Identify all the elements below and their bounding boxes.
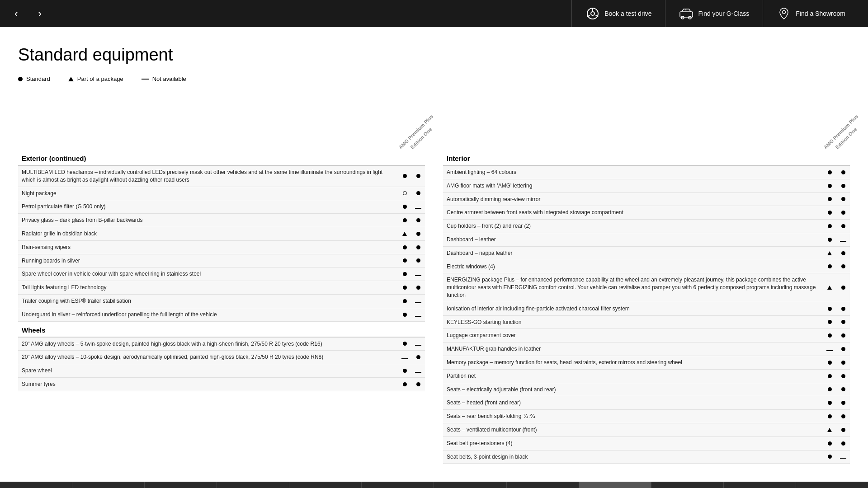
prev-arrow[interactable]: ‹ [9, 5, 24, 23]
col2-indicator [836, 369, 850, 383]
legend-dot-icon [18, 77, 23, 81]
dot-icon [403, 369, 407, 373]
bottom-nav-additional-info[interactable]: Additionalinformation [796, 482, 868, 488]
col2-indicator [411, 267, 425, 281]
col1-indicator [398, 281, 411, 295]
table-row: MULTIBEAM LED headlamps – individually c… [18, 165, 425, 187]
table-row: Seat belts, 3-point design in black [443, 450, 850, 464]
col2-indicator [411, 165, 425, 187]
dot-icon [828, 224, 832, 228]
row-desc: Ambient lighting – 64 colours [443, 165, 823, 179]
svg-text:?: ? [685, 9, 687, 12]
col2-indicator [836, 179, 850, 192]
dash-icon [415, 372, 421, 373]
row-desc: Seats – rear bench split-folding ⅓:⅔ [443, 410, 823, 423]
table-row: Summer tyres [18, 377, 425, 391]
dot-icon [828, 170, 832, 174]
book-test-drive[interactable]: Book a test drive [571, 0, 665, 27]
bottom-nav-genuine-accessories[interactable]: Genuineaccessories [651, 482, 724, 488]
row-desc: Running boards in silver [18, 254, 398, 267]
row-desc: Luggage compartment cover [443, 329, 823, 343]
find-showroom[interactable]: Find a Showroom [763, 0, 859, 27]
dot-icon [841, 264, 845, 268]
nav-right-items: Book a test drive ? Find your G-Class [571, 0, 859, 27]
tri-icon [827, 428, 832, 432]
table-row: Seats – ventilated multicontour (front) [443, 423, 850, 436]
dot-icon [841, 197, 845, 201]
dot-icon [841, 374, 845, 378]
col1-indicator [398, 214, 411, 227]
col2-indicator [836, 206, 850, 220]
main-content: Standard equipment Standard Part of a pa… [0, 27, 868, 473]
col1-indicator [398, 377, 411, 391]
row-desc: Centre armrest between front seats with … [443, 206, 823, 220]
row-desc: Memory package – memory function for sea… [443, 356, 823, 369]
row-desc: Automatically dimming rear-view mirror [443, 192, 823, 206]
bottom-nav-design[interactable]: Design [0, 482, 72, 488]
col2-indicator [836, 383, 850, 396]
bottom-nav-eq-technology[interactable]: EQ Technology [145, 482, 217, 488]
left-header-1: AMG Premium Plus [401, 96, 412, 150]
dot-icon [828, 374, 832, 378]
row-desc: Ionisation of interior air including fin… [443, 302, 823, 315]
col1-indicator [823, 165, 836, 179]
dot-icon [841, 333, 845, 338]
legend-package-label: Part of a package [77, 75, 123, 82]
dot-icon [828, 197, 832, 201]
row-desc: Cup holders – front (2) and rear (2) [443, 220, 823, 233]
col2-indicator [411, 187, 425, 200]
table-row: Underguard in silver – reinforced underf… [18, 308, 425, 321]
dot-icon [403, 218, 407, 222]
dash-icon [840, 241, 846, 242]
left-column: AMG Premium Plus Edition One Exterior (c… [18, 96, 425, 464]
row-desc: ENERGIZING package Plus – for enhanced p… [443, 273, 823, 302]
dot-icon [828, 333, 832, 338]
dot-icon [828, 238, 832, 242]
row-desc: Radiator grille in obsidian black [18, 227, 398, 240]
next-arrow[interactable]: › [33, 5, 47, 23]
dash-icon [415, 208, 421, 209]
bottom-nav-mercedes-amg[interactable]: Mercedes-AMG [362, 482, 434, 488]
table-row: Spare wheel cover in vehicle colour with… [18, 267, 425, 281]
col1-indicator [823, 356, 836, 369]
dot-icon [841, 387, 845, 391]
bottom-nav-personalisation[interactable]: Personalisation [507, 482, 579, 488]
col1-indicator [398, 227, 411, 240]
col1-indicator [398, 337, 411, 351]
dot-icon [403, 286, 407, 290]
row-desc: 20" AMG alloy wheels – 5-twin-spoke desi… [18, 337, 398, 351]
col2-indicator [411, 254, 425, 267]
row-desc: Privacy glass – dark glass from B-pillar… [18, 214, 398, 227]
bottom-nav-model-prices[interactable]: Model prices [289, 482, 362, 488]
legend-package: Part of a package [68, 75, 123, 82]
col2-indicator [836, 410, 850, 423]
row-desc: Seats – electrically adjustable (front a… [443, 383, 823, 396]
col2-indicator [836, 273, 850, 302]
bottom-nav-technology[interactable]: Technology [72, 482, 145, 488]
col1-indicator [823, 192, 836, 206]
dot-icon [416, 174, 420, 178]
bottom-nav-technical-data[interactable]: Technical data [724, 482, 796, 488]
find-showroom-label: Find a Showroom [796, 10, 845, 17]
dot-icon [828, 184, 832, 188]
table-row: Memory package – memory function for sea… [443, 356, 850, 369]
left-diag-headers: AMG Premium Plus Edition One [18, 96, 425, 150]
dot-icon [828, 307, 832, 311]
col1-indicator [398, 267, 411, 281]
table-row: Cup holders – front (2) and rear (2) [443, 220, 850, 233]
dot-icon [841, 320, 845, 324]
dash-icon [415, 275, 421, 276]
bottom-nav-amg-prices[interactable]: Mercedes-AMG prices [434, 482, 506, 488]
bottom-nav-standard-equipment[interactable]: Standardequipment [579, 482, 651, 488]
dot-icon [828, 455, 832, 459]
legend-dash-icon [142, 79, 149, 80]
col2-indicator [836, 436, 850, 450]
dot-icon [403, 299, 407, 303]
find-g-class[interactable]: ? Find your G-Class [665, 0, 763, 27]
col1-indicator [823, 410, 836, 423]
bottom-nav-model-line[interactable]: Model line [217, 482, 289, 488]
col1-indicator [823, 206, 836, 220]
col1-indicator [398, 165, 411, 187]
col2-indicator [411, 337, 425, 351]
table-row: Trailer coupling with ESP® trailer stabi… [18, 294, 425, 308]
